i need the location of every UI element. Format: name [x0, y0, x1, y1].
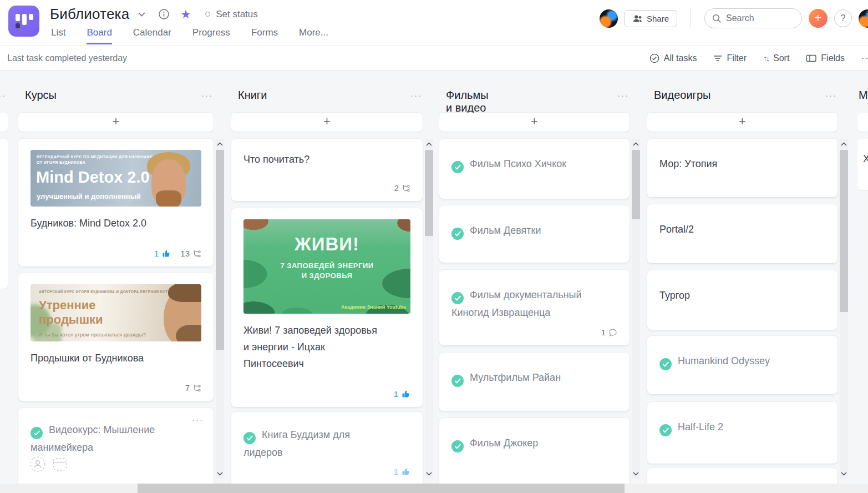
completed-check-icon[interactable] [243, 432, 256, 444]
column-menu-button[interactable]: ··· [201, 90, 213, 100]
image-title: Mind Detox 2.0 [36, 168, 150, 187]
column-scrollbar[interactable] [632, 139, 640, 479]
fields-button[interactable]: Fields [806, 53, 845, 63]
scrollbar-thumb[interactable] [632, 150, 640, 219]
task-card[interactable]: Мультфильм Райан [439, 353, 630, 411]
due-date-placeholder-icon[interactable] [52, 456, 68, 472]
task-card[interactable]: Фильм Джокер [439, 418, 630, 484]
task-card[interactable]: ··· Видеокурс: Мышление манимейкера [18, 408, 214, 484]
info-icon[interactable] [159, 9, 169, 19]
horizontal-scrollbar-thumb[interactable] [138, 484, 625, 493]
add-button[interactable]: + [809, 9, 828, 28]
tab-more[interactable]: More... [299, 26, 328, 44]
task-card[interactable]: Фильм Девятки [439, 205, 630, 263]
help-button[interactable]: ? [834, 9, 852, 27]
task-card-partial[interactable] [647, 468, 837, 484]
add-task-button[interactable]: + [647, 113, 837, 132]
scrollbar-thumb[interactable] [216, 150, 224, 350]
task-title: Мультфильм Райан [470, 372, 561, 383]
prev-column-card-sliver[interactable] [0, 139, 8, 289]
task-card[interactable]: Фильм Психо Хичкок [439, 139, 630, 199]
subtasks-icon [192, 384, 201, 393]
toolbar-more-button[interactable]: ··· [861, 53, 868, 63]
prev-column-add-sliver[interactable] [0, 113, 8, 132]
task-card[interactable]: ЛЕГЕНДАРНЫЙ КУРС ПО МЕДИТАЦИИ ДЛЯ НАЧИНА… [18, 139, 214, 266]
likes[interactable]: 1 [154, 249, 171, 258]
task-card[interactable]: Тургор [647, 270, 837, 330]
project-logo[interactable] [8, 6, 39, 37]
task-card[interactable]: Что почитать? 2 [231, 139, 423, 201]
add-task-button[interactable]: + [231, 113, 423, 132]
add-task-button[interactable]: + [18, 113, 214, 132]
task-card[interactable]: Portal/2 [647, 204, 837, 263]
tab-forms[interactable]: Forms [251, 26, 278, 44]
add-task-button[interactable] [857, 113, 868, 132]
sort-button[interactable]: ↑↓ Sort [763, 53, 789, 63]
task-card[interactable]: Мор: Утопия [647, 139, 837, 197]
user-avatar[interactable] [600, 9, 618, 28]
card-menu-button[interactable]: ··· [192, 415, 204, 424]
search-box[interactable] [704, 8, 802, 28]
tab-progress[interactable]: Progress [192, 26, 230, 44]
card-meta: 2 [394, 183, 410, 193]
chevron-down-icon[interactable] [138, 12, 145, 17]
scroll-up-button[interactable] [632, 139, 640, 149]
tab-calendar[interactable]: Calendar [133, 26, 171, 44]
task-card[interactable]: Half-Life 2 [647, 402, 837, 464]
task-card[interactable]: Книга Буддизм для лидеров 1 [231, 412, 423, 484]
app-header: Библиотека ★ Set status List Board Calen… [0, 0, 868, 46]
task-card[interactable]: ЖИВИ! 7 ЗАПОВЕДЕЙ ЭНЕРГИИ И ЗДОРОВЬЯ Ака… [231, 208, 423, 407]
scroll-up-button[interactable] [840, 139, 848, 149]
scroll-down-button[interactable] [632, 469, 640, 479]
likes[interactable]: 1 [394, 389, 410, 399]
share-button[interactable]: Share [625, 10, 677, 27]
completed-check-icon[interactable] [451, 161, 464, 173]
filter-button[interactable]: Filter [713, 53, 747, 63]
prev-column-menu[interactable]: ··· [0, 90, 6, 100]
completed-check-icon[interactable] [451, 375, 464, 387]
image-watermark: Академия Знаний Youtube [341, 304, 406, 310]
scroll-up-button[interactable] [216, 139, 224, 149]
completed-check-icon[interactable] [451, 440, 464, 452]
task-card[interactable]: Х [857, 139, 868, 190]
task-card[interactable]: Фильм документальный Киногид Извращенца … [439, 270, 630, 345]
column-scrollbar[interactable] [216, 139, 224, 479]
add-task-button[interactable]: + [439, 113, 630, 132]
completed-check-icon[interactable] [31, 427, 43, 439]
card-meta: 1 [601, 328, 617, 337]
task-card[interactable]: АВТОРСКИЙ КУРС ИГОРЯ БУДНИКОВА И ДОКТОРА… [18, 273, 214, 401]
scroll-down-button[interactable] [216, 469, 224, 479]
set-status-button[interactable]: Set status [205, 9, 258, 20]
user-avatar-partial[interactable] [859, 9, 868, 28]
subtasks: 13 [180, 249, 201, 258]
scroll-down-button[interactable] [840, 469, 848, 479]
search-input[interactable] [726, 13, 787, 23]
column-menu-button[interactable]: ··· [825, 90, 837, 100]
card-attachment-image[interactable]: АВТОРСКИЙ КУРС ИГОРЯ БУДНИКОВА И ДОКТОРА… [31, 284, 201, 341]
column-scrollbar[interactable] [840, 139, 848, 479]
task-card[interactable]: Humankind Odyssey [647, 336, 837, 394]
scrollbar-thumb[interactable] [425, 150, 433, 236]
completed-check-icon[interactable] [659, 424, 672, 436]
horizontal-scrollbar[interactable] [0, 484, 868, 493]
subtasks: 7 [185, 383, 201, 393]
column-menu-button[interactable]: ··· [617, 90, 629, 100]
scrollbar-thumb[interactable] [840, 150, 848, 312]
completed-check-icon[interactable] [659, 358, 672, 370]
favorite-star-icon[interactable]: ★ [180, 8, 191, 21]
column-title: Видеоигры [654, 89, 710, 102]
tab-list[interactable]: List [51, 26, 65, 44]
likes[interactable]: 1 [394, 467, 410, 476]
column-scrollbar[interactable] [425, 139, 433, 479]
assignee-placeholder-icon[interactable] [29, 456, 46, 472]
card-attachment-image[interactable]: ЖИВИ! 7 ЗАПОВЕДЕЙ ЭНЕРГИИ И ЗДОРОВЬЯ Ака… [243, 219, 410, 314]
card-attachment-image[interactable]: ЛЕГЕНДАРНЫЙ КУРС ПО МЕДИТАЦИИ ДЛЯ НАЧИНА… [31, 150, 201, 207]
all-tasks-filter[interactable]: All tasks [649, 53, 697, 63]
scroll-down-button[interactable] [425, 469, 433, 479]
column-menu-button[interactable]: ··· [410, 90, 422, 100]
completed-check-icon[interactable] [451, 292, 464, 304]
set-status-label: Set status [216, 9, 258, 20]
completed-check-icon[interactable] [451, 228, 464, 240]
scroll-up-button[interactable] [425, 139, 433, 149]
tab-board[interactable]: Board [87, 26, 111, 44]
